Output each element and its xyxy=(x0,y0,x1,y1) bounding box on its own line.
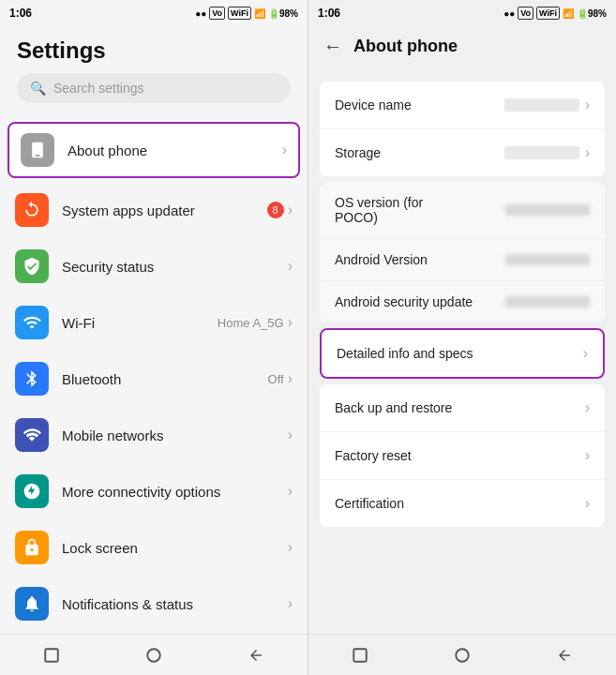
bluetooth-sublabel: Off xyxy=(268,372,284,386)
os-version-label: OS version (for POCO) xyxy=(335,195,447,225)
settings-item-security[interactable]: Security status › xyxy=(0,238,308,294)
security-update-value xyxy=(505,296,590,308)
settings-item-bluetooth[interactable]: Bluetooth Off › xyxy=(0,351,308,407)
os-version-value xyxy=(505,204,590,216)
svg-point-5 xyxy=(456,649,469,662)
lock-screen-label: Lock screen xyxy=(62,540,288,556)
connectivity-label: More connectivity options xyxy=(62,484,288,500)
certification-item[interactable]: Certification › xyxy=(320,479,605,527)
storage-value xyxy=(504,146,579,159)
notifications-icon xyxy=(15,587,49,621)
about-phone-chevron: › xyxy=(282,142,287,158)
settings-item-mobile-networks[interactable]: Mobile networks › xyxy=(0,407,308,463)
system-apps-badge: 8 xyxy=(267,202,284,218)
wifi-sublabel: Home A_5G xyxy=(218,316,284,330)
system-apps-icon xyxy=(15,193,49,227)
storage-item[interactable]: Storage › xyxy=(320,128,605,176)
status-bar-left: 1:06 ●● Vo WiFi 📶 🔋98% xyxy=(0,0,308,26)
notifications-chevron: › xyxy=(288,595,293,612)
security-icon xyxy=(15,249,49,283)
android-version-item[interactable]: Android Version xyxy=(320,238,605,280)
os-version-item[interactable]: OS version (for POCO) xyxy=(320,182,605,238)
nav-circle-left[interactable] xyxy=(141,642,167,668)
mobile-networks-label: Mobile networks xyxy=(62,428,288,443)
time-right: 1:06 xyxy=(318,7,340,20)
device-info-card: Device name › Storage › xyxy=(320,82,605,176)
status-bar-right: 1:06 ●● Vo WiFi 📶 🔋98% xyxy=(308,0,616,26)
version-info-card: OS version (for POCO) Android Version An… xyxy=(320,182,605,322)
backup-label: Back up and restore xyxy=(335,400,452,415)
settings-item-about-phone[interactable]: About phone › xyxy=(8,122,300,178)
svg-rect-4 xyxy=(353,649,367,662)
android-version-label: Android Version xyxy=(335,252,428,267)
back-button[interactable]: ← xyxy=(323,36,342,57)
settings-item-lock-screen[interactable]: Lock screen › xyxy=(0,519,308,576)
nav-circle-right[interactable] xyxy=(449,642,475,668)
mobile-networks-chevron: › xyxy=(288,427,293,443)
system-apps-text: System apps updater xyxy=(62,202,267,218)
notifications-label: Notifications & status xyxy=(62,596,288,612)
wifi-icon xyxy=(15,306,49,339)
right-title: About phone xyxy=(353,37,458,56)
wifi-right: Home A_5G › xyxy=(218,314,293,331)
settings-item-notifications[interactable]: Notifications & status › xyxy=(0,576,308,632)
svg-rect-1 xyxy=(36,155,40,157)
status-icons-right: ●● Vo WiFi 📶 🔋98% xyxy=(503,7,607,20)
backup-chevron: › xyxy=(585,399,590,416)
right-header: ← About phone xyxy=(308,26,616,67)
about-phone-icon xyxy=(21,133,54,167)
about-phone-label: About phone xyxy=(68,142,282,158)
nav-bar-right xyxy=(308,634,616,675)
svg-rect-2 xyxy=(45,649,58,662)
notifications-text: Notifications & status xyxy=(62,596,288,612)
right-panel: 1:06 ●● Vo WiFi 📶 🔋98% ← About phone Dev… xyxy=(308,0,616,675)
search-box[interactable]: 🔍 Search settings xyxy=(17,73,291,103)
security-update-label: Android security update xyxy=(335,294,473,309)
about-phone-text: About phone xyxy=(68,142,282,158)
connectivity-text: More connectivity options xyxy=(62,484,288,500)
connectivity-chevron: › xyxy=(288,483,293,500)
certification-label: Certification xyxy=(335,496,404,511)
lock-screen-chevron: › xyxy=(288,539,293,556)
backup-item[interactable]: Back up and restore › xyxy=(320,384,605,431)
nav-back-right[interactable] xyxy=(551,642,578,668)
bottom-items-card: Back up and restore › Factory reset › Ce… xyxy=(320,384,605,527)
device-name-value xyxy=(504,98,579,112)
settings-item-wifi[interactable]: Wi-Fi Home A_5G › xyxy=(0,294,308,351)
security-chevron: › xyxy=(288,258,293,275)
lock-screen-icon xyxy=(15,531,49,564)
security-update-item[interactable]: Android security update xyxy=(320,280,605,322)
factory-reset-chevron: › xyxy=(585,447,590,464)
nav-square-right[interactable] xyxy=(347,642,373,668)
security-text: Security status xyxy=(62,259,288,275)
bluetooth-text: Bluetooth xyxy=(62,371,268,387)
bluetooth-label: Bluetooth xyxy=(62,371,268,387)
device-name-label: Device name xyxy=(335,98,412,112)
storage-chevron: › xyxy=(585,144,590,161)
status-icons-left: ●● Vo WiFi 📶 🔋98% xyxy=(195,7,298,20)
bluetooth-right: Off › xyxy=(268,370,293,387)
connectivity-icon xyxy=(15,474,49,508)
left-header: Settings 🔍 Search settings xyxy=(0,26,308,112)
factory-reset-label: Factory reset xyxy=(335,448,412,463)
bluetooth-icon xyxy=(15,362,49,396)
wifi-label: Wi-Fi xyxy=(62,315,218,331)
left-panel: 1:06 ●● Vo WiFi 📶 🔋98% Settings 🔍 Search… xyxy=(0,0,308,675)
settings-list: About phone › System apps updater 8 › Se… xyxy=(0,112,308,634)
settings-item-connectivity[interactable]: More connectivity options › xyxy=(0,463,308,519)
right-content: Device name › Storage › OS version (for … xyxy=(308,67,616,634)
factory-reset-item[interactable]: Factory reset › xyxy=(320,431,605,479)
nav-bar-left xyxy=(0,634,308,675)
system-apps-right: 8 › xyxy=(267,202,293,218)
nav-back-left[interactable] xyxy=(243,642,269,668)
detailed-info-item[interactable]: Detailed info and specs › xyxy=(320,328,605,379)
detailed-info-label: Detailed info and specs xyxy=(337,346,473,361)
device-name-item[interactable]: Device name › xyxy=(320,82,605,128)
lock-screen-text: Lock screen xyxy=(62,540,288,556)
mobile-networks-icon xyxy=(15,418,49,452)
settings-item-system-apps[interactable]: System apps updater 8 › xyxy=(0,182,308,238)
nav-square-left[interactable] xyxy=(38,642,65,668)
certification-chevron: › xyxy=(585,495,590,512)
settings-title: Settings xyxy=(17,38,291,64)
wifi-text: Wi-Fi xyxy=(62,315,218,331)
